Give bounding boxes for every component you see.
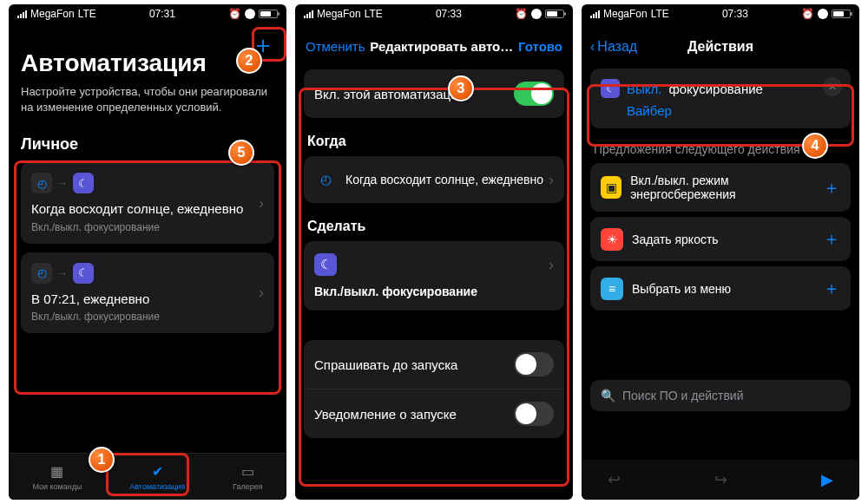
done-button[interactable]: Готово bbox=[518, 39, 562, 54]
chevron-right-icon: › bbox=[549, 256, 554, 274]
tab-my-shortcuts[interactable]: ▦ Мои команды bbox=[32, 463, 82, 491]
chevron-right-icon: › bbox=[549, 171, 554, 189]
alarm-icon: ⏰ bbox=[228, 8, 241, 20]
ask-toggle[interactable] bbox=[514, 352, 554, 376]
tab-label: Галерея bbox=[233, 482, 263, 491]
menu-icon: ≡ bbox=[601, 278, 623, 300]
automation-title: Когда восходит солнце, ежедневно bbox=[31, 200, 264, 218]
tab-gallery[interactable]: ▭ Галерея bbox=[233, 463, 263, 491]
suggestion-menu[interactable]: ≡ Выбрать из меню ＋ bbox=[590, 266, 851, 311]
network-label: LTE bbox=[78, 8, 96, 20]
tab-label: Мои команды bbox=[32, 482, 82, 491]
cancel-button[interactable]: Отменить bbox=[306, 39, 365, 54]
brightness-icon: ☀ bbox=[601, 228, 623, 251]
status-bar: MegaFon LTE 07:33 ⏰ bbox=[295, 4, 573, 23]
suggestion-low-power[interactable]: ▣ Вкл./выкл. режим энергосбережения ＋ bbox=[590, 163, 851, 212]
signal-icon bbox=[17, 10, 27, 18]
automation-row-sunrise[interactable]: ◴ → ☾ Когда восходит солнце, ежедневно В… bbox=[21, 162, 274, 244]
action-card-focus[interactable]: ☾ Выкл. фокусирование Вайбер ✕ bbox=[590, 69, 851, 128]
viber-link[interactable]: Вайбер bbox=[627, 103, 672, 118]
network-label: LTE bbox=[365, 8, 383, 20]
clock-label: 07:31 bbox=[149, 8, 175, 20]
clock-icon: ◴ bbox=[31, 173, 52, 193]
run-button[interactable]: ▶ bbox=[821, 470, 833, 489]
moon-icon: ☾ bbox=[73, 263, 94, 284]
moon-icon: ☾ bbox=[601, 79, 620, 98]
search-placeholder: Поиск ПО и действий bbox=[622, 389, 744, 403]
focus-text: фокусирование bbox=[668, 82, 762, 96]
notify-label: Уведомление о запуске bbox=[314, 407, 457, 422]
battery-icon bbox=[259, 10, 278, 18]
search-icon: 🔍 bbox=[601, 389, 615, 403]
clock-label: 07:33 bbox=[436, 8, 462, 20]
callout-badge-4: 4 bbox=[802, 133, 828, 159]
enable-label: Вкл. этой автоматизации bbox=[314, 87, 465, 101]
automation-row-0721[interactable]: ◴ → ☾ В 07:21, ежедневно Вкл./выкл. фоку… bbox=[21, 252, 274, 334]
notify-toggle[interactable] bbox=[514, 402, 554, 426]
nav-title: Действия bbox=[582, 39, 859, 55]
gallery-icon: ▭ bbox=[238, 463, 257, 481]
arrow-icon: → bbox=[57, 267, 68, 279]
phone-automation-list: MegaFon LTE 07:31 ⏰ ＋ Автоматизация Наст… bbox=[9, 4, 286, 500]
chevron-right-icon: › bbox=[259, 193, 264, 212]
suggestion-label: Выбрать из меню bbox=[632, 282, 731, 296]
tab-bar: ▦ Мои команды ✔︎ Автоматизация ▭ Галерея bbox=[9, 453, 286, 500]
when-text: Когда восходит солнце, ежедневно bbox=[345, 172, 543, 187]
carrier-label: MegaFon bbox=[30, 8, 75, 20]
remove-action-button[interactable]: ✕ bbox=[823, 77, 842, 96]
callout-badge-5: 5 bbox=[228, 140, 254, 166]
suggestion-label: Задать яркость bbox=[632, 232, 719, 246]
add-suggestion-button[interactable]: ＋ bbox=[823, 176, 840, 200]
tab-automation[interactable]: ✔︎ Автоматизация bbox=[129, 463, 185, 491]
page-subtitle: Настройте устройства, чтобы они реагиров… bbox=[21, 84, 274, 115]
dnd-icon bbox=[531, 9, 542, 19]
sunrise-icon: ◴ bbox=[314, 168, 337, 191]
state-off-link[interactable]: Выкл. bbox=[627, 82, 661, 96]
battery-icon bbox=[832, 10, 851, 18]
moon-icon: ☾ bbox=[314, 253, 337, 276]
notify-row[interactable]: Уведомление о запуске bbox=[304, 389, 564, 438]
nav-bar: Отменить Редактировать авто… Готово bbox=[295, 23, 573, 62]
callout-badge-2: 2 bbox=[236, 48, 262, 74]
carrier-label: MegaFon bbox=[317, 8, 361, 20]
dnd-icon bbox=[245, 9, 255, 19]
phone-actions: MegaFon LTE 07:33 ⏰ ‹ Назад Действия ☾ В… bbox=[582, 4, 859, 500]
clock-icon: ◴ bbox=[31, 263, 52, 284]
automation-sub: Вкл./выкл. фокусирование bbox=[31, 221, 264, 233]
clock-check-icon: ✔︎ bbox=[148, 463, 167, 481]
signal-icon bbox=[304, 10, 313, 18]
enable-toggle[interactable] bbox=[514, 82, 554, 106]
callout-badge-3: 3 bbox=[448, 75, 474, 101]
ask-label: Спрашивать до запуска bbox=[314, 357, 457, 372]
status-bar: MegaFon LTE 07:33 ⏰ bbox=[582, 4, 859, 23]
enable-automation-row[interactable]: Вкл. этой автоматизации bbox=[304, 69, 564, 118]
do-text: Вкл./выкл. фокусирование bbox=[314, 285, 477, 298]
when-row[interactable]: ◴ Когда восходит солнце, ежедневно › bbox=[304, 156, 564, 203]
alarm-icon: ⏰ bbox=[801, 8, 814, 20]
battery-icon: ▣ bbox=[601, 176, 621, 199]
alarm-icon: ⏰ bbox=[515, 8, 528, 20]
redo-icon[interactable]: ↪ bbox=[714, 470, 727, 489]
undo-icon[interactable]: ↩ bbox=[608, 470, 621, 489]
add-suggestion-button[interactable]: ＋ bbox=[823, 277, 840, 300]
clock-label: 07:33 bbox=[722, 8, 748, 20]
grid-icon: ▦ bbox=[48, 463, 67, 481]
suggestion-brightness[interactable]: ☀ Задать яркость ＋ bbox=[590, 217, 851, 261]
nav-title: Редактировать авто… bbox=[370, 39, 513, 54]
status-bar: MegaFon LTE 07:31 ⏰ bbox=[9, 4, 286, 23]
automation-sub: Вкл./выкл. фокусирование bbox=[31, 311, 264, 323]
toolbar: ↩ ↪ ▶ bbox=[582, 460, 859, 500]
signal-icon bbox=[590, 10, 600, 18]
when-section-label: Когда bbox=[307, 134, 561, 149]
search-input[interactable]: 🔍 Поиск ПО и действий bbox=[590, 380, 851, 411]
moon-icon: ☾ bbox=[73, 173, 94, 193]
ask-before-row[interactable]: Спрашивать до запуска bbox=[304, 340, 564, 389]
do-row[interactable]: ☾ › Вкл./выкл. фокусирование bbox=[304, 241, 564, 311]
network-label: LTE bbox=[651, 8, 669, 20]
suggestion-label: Вкл./выкл. режим энергосбережения bbox=[630, 173, 823, 201]
tab-label: Автоматизация bbox=[129, 482, 185, 491]
callout-badge-1: 1 bbox=[89, 447, 115, 473]
add-suggestion-button[interactable]: ＋ bbox=[823, 227, 840, 251]
chevron-right-icon: › bbox=[259, 284, 264, 302]
do-section-label: Сделать bbox=[307, 219, 561, 234]
